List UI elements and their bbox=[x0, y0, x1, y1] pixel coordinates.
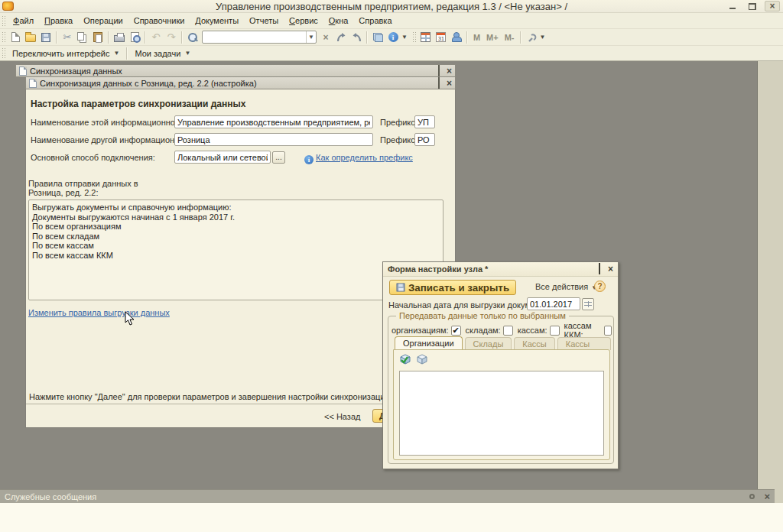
toolbar2-grip[interactable] bbox=[2, 47, 5, 59]
print-preview-icon[interactable] bbox=[127, 30, 142, 45]
setup-close-button[interactable]: × bbox=[447, 79, 452, 87]
print-icon[interactable] bbox=[112, 30, 127, 45]
sync-window-close-button[interactable]: × bbox=[447, 67, 452, 75]
new-document-icon[interactable] bbox=[8, 30, 23, 45]
find-icon[interactable] bbox=[185, 30, 200, 45]
close-button[interactable]: × bbox=[765, 1, 780, 11]
help-button[interactable]: ? bbox=[594, 281, 606, 292]
my-tasks-button[interactable]: Мои задачи▼ bbox=[130, 47, 195, 60]
mouse-cursor bbox=[125, 311, 135, 326]
restore-button[interactable] bbox=[745, 1, 760, 11]
calendar-icon[interactable]: 31 bbox=[434, 30, 449, 45]
node-dialog-titlebar[interactable]: Форма настройки узла * × bbox=[383, 262, 618, 277]
checkbox-warehouses[interactable]: складам: bbox=[466, 326, 513, 336]
right-panel-strip bbox=[757, 61, 783, 489]
tab-warehouses[interactable]: Склады bbox=[465, 337, 512, 350]
wizard-hint: Нажмите кнопку "Далее" для проверки пара… bbox=[29, 392, 424, 401]
memory-recall-button[interactable]: M bbox=[470, 33, 483, 42]
back-button[interactable]: << Назад bbox=[324, 412, 360, 421]
checkbox-cashdesks[interactable]: кассам: bbox=[518, 326, 560, 336]
connection-method-input[interactable] bbox=[174, 151, 271, 164]
organizations-checkbox[interactable]: ✔ bbox=[451, 326, 461, 336]
kkm-checkbox[interactable] bbox=[604, 326, 612, 336]
node-close-button[interactable]: × bbox=[608, 265, 613, 273]
menu-file[interactable]: Файл bbox=[8, 14, 39, 28]
organizations-list[interactable] bbox=[399, 371, 604, 456]
memory-plus-button[interactable]: M+ bbox=[483, 33, 502, 42]
setup-maximize-button[interactable] bbox=[438, 79, 440, 88]
all-actions-button[interactable]: Все действия ▼ bbox=[535, 282, 597, 291]
menu-documents[interactable]: Документы bbox=[190, 14, 244, 28]
toolbar-grip[interactable] bbox=[2, 31, 5, 43]
menu-operations[interactable]: Операции bbox=[78, 14, 128, 28]
paste-icon[interactable] bbox=[90, 30, 106, 45]
sync-data-titlebar[interactable]: Синхронизация данных × bbox=[15, 64, 456, 77]
save-icon bbox=[397, 284, 405, 292]
filter-tabs: Организации Склады Кассы Кассы ККМ bbox=[395, 336, 613, 350]
tab-cashdesks[interactable]: Кассы bbox=[514, 337, 554, 350]
save-and-close-button[interactable]: Записать и закрыть bbox=[389, 280, 516, 295]
prefix-help-link[interactable]: Как определить префикс bbox=[316, 153, 413, 162]
start-date-input[interactable] bbox=[527, 297, 580, 310]
other-base-input[interactable] bbox=[174, 133, 373, 146]
service-messages-content bbox=[0, 503, 783, 532]
prefix-input-2[interactable] bbox=[414, 133, 435, 146]
node-maximize-button[interactable] bbox=[599, 264, 600, 274]
clear-items-icon[interactable] bbox=[416, 353, 428, 366]
save-icon[interactable] bbox=[38, 30, 54, 45]
wrench-dropdown-icon[interactable]: ▼ bbox=[540, 34, 546, 41]
settings-wrench-icon[interactable] bbox=[524, 30, 539, 45]
sync-window-maximize-button[interactable] bbox=[438, 66, 440, 76]
menu-help[interactable]: Справка bbox=[353, 14, 397, 28]
search-input[interactable] bbox=[203, 32, 306, 42]
windows-icon[interactable] bbox=[370, 30, 385, 45]
interface-toolbar: Переключить интерфейс▼ Мои задачи▼ bbox=[0, 46, 783, 61]
sync-setup-titlebar[interactable]: Синхронизация данных с Розница, ред. 2.2… bbox=[25, 76, 456, 89]
rules-line: По всем организациям bbox=[32, 222, 440, 232]
tab-organizations[interactable]: Организации bbox=[395, 336, 463, 350]
menu-edit[interactable]: Правка bbox=[39, 14, 78, 28]
menu-catalogs[interactable]: Справочники bbox=[128, 14, 190, 28]
redo-icon[interactable]: ↷ bbox=[164, 30, 179, 45]
copy-icon[interactable] bbox=[75, 30, 90, 45]
search-dropdown-icon[interactable]: ▼ bbox=[306, 31, 316, 43]
minimize-button[interactable] bbox=[725, 1, 740, 11]
menubar-grip[interactable] bbox=[2, 15, 5, 27]
toolbar-grip-2[interactable] bbox=[412, 31, 416, 43]
date-picker-icon[interactable] bbox=[582, 298, 594, 310]
info-dropdown-icon[interactable]: ▼ bbox=[401, 34, 408, 41]
prefix-label-2: Префикс: bbox=[380, 135, 417, 144]
connection-more-button[interactable]: ... bbox=[272, 151, 285, 164]
switch-interface-button[interactable]: Переключить интерфейс▼ bbox=[8, 47, 124, 60]
info-icon[interactable]: i bbox=[385, 30, 401, 45]
onec-logo-icon bbox=[2, 2, 14, 11]
this-base-input[interactable] bbox=[174, 115, 373, 128]
change-rules-link[interactable]: Изменить правила выгрузки данных bbox=[28, 308, 170, 317]
find-previous-icon[interactable] bbox=[333, 30, 349, 45]
undo-icon[interactable]: ↶ bbox=[148, 30, 164, 45]
menu-windows[interactable]: Окна bbox=[323, 14, 354, 28]
pick-items-icon[interactable] bbox=[399, 353, 411, 366]
prefix-input-1[interactable] bbox=[414, 115, 435, 128]
menu-reports[interactable]: Отчеты bbox=[244, 14, 284, 28]
clear-search-icon[interactable]: × bbox=[318, 30, 333, 45]
messages-close-icon[interactable]: × bbox=[764, 493, 770, 501]
rules-label-line2: Розница, ред. 2.2: bbox=[28, 188, 99, 197]
tab-kkm[interactable]: Кассы ККМ bbox=[557, 337, 611, 350]
calculator-icon[interactable] bbox=[418, 30, 434, 45]
memory-minus-button[interactable]: M- bbox=[502, 33, 518, 42]
cut-icon[interactable]: ✂ bbox=[60, 30, 75, 45]
search-combobox[interactable]: ▼ bbox=[202, 31, 317, 44]
menu-service[interactable]: Сервис bbox=[284, 14, 323, 28]
warehouses-checkbox[interactable] bbox=[503, 326, 513, 336]
find-next-icon[interactable] bbox=[349, 30, 364, 45]
rules-line: По всем складам bbox=[32, 232, 440, 242]
cashdesks-checkbox[interactable] bbox=[550, 326, 560, 336]
user-permissions-icon[interactable] bbox=[449, 30, 464, 45]
pin-icon[interactable] bbox=[749, 494, 755, 499]
checkbox-organizations[interactable]: организациям:✔ bbox=[392, 326, 461, 336]
connection-method-label: Основной способ подключения: bbox=[31, 153, 155, 162]
open-icon[interactable] bbox=[23, 30, 38, 45]
rules-text-area: Выгружать документы и справочную информа… bbox=[28, 200, 443, 300]
service-messages-bar[interactable]: Служебные сообщения × bbox=[0, 489, 775, 503]
